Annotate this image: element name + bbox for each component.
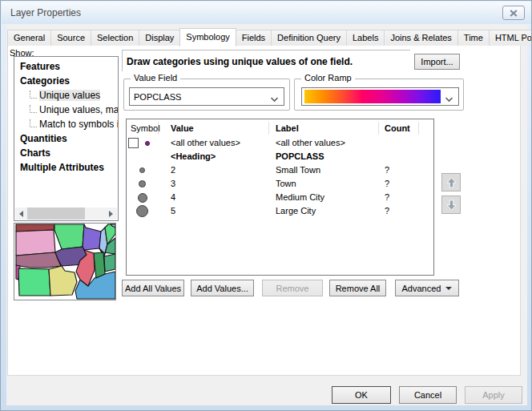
layer-properties-dialog: Layer Properties General Source Selectio… [0,0,532,411]
value-field-selected: POPCLASS [134,92,181,102]
tab-display[interactable]: Display [139,30,180,46]
value-field-group: Value Field POPCLASS [123,79,290,111]
color-ramp-dropdown[interactable] [301,87,459,106]
tree-item-charts[interactable]: Charts [14,146,118,160]
right-arrow-icon [109,211,113,217]
color-ramp-label: Color Ramp [301,73,355,83]
tab-joins-relates[interactable]: Joins & Relates [384,30,457,46]
cancel-button[interactable]: Cancel [399,386,457,404]
category-symbol-dot[interactable] [139,180,146,187]
remove-button: Remove [262,280,323,296]
column-header-label: Label [269,122,379,135]
all-other-values-checkbox[interactable] [128,138,139,148]
advanced-button[interactable]: Advanced [395,280,459,296]
category-symbol-dot[interactable] [136,205,148,217]
dropdown-arrow-icon [445,287,452,293]
add-values-button[interactable]: Add Values... [191,280,254,296]
scroll-right-arrow[interactable] [105,208,117,220]
tree-connector [30,119,37,127]
close-button[interactable] [502,6,525,20]
category-symbol-dot[interactable] [139,167,145,173]
value-field-dropdown[interactable]: POPCLASS [129,87,284,106]
tab-selection[interactable]: Selection [91,30,139,46]
down-arrow-icon [446,199,457,211]
left-arrow-icon [19,211,23,217]
method-description: Draw categories using unique values of o… [122,50,410,71]
ok-button[interactable]: OK [332,386,391,404]
tree-item-features[interactable]: Features [14,59,118,74]
color-ramp-gradient [304,90,441,103]
tree-item-unique-values-many[interactable]: Unique values, many [14,103,118,117]
all-other-values-symbol[interactable] [145,141,150,146]
table-row[interactable]: 2 Small Town ? [127,163,433,177]
tab-definition-query[interactable]: Definition Query [271,30,347,46]
color-ramp-group: Color Ramp [294,79,464,111]
chevron-down-icon [445,95,453,104]
scroll-thumb[interactable] [27,208,85,220]
scroll-left-arrow[interactable] [15,208,27,220]
chevron-down-icon [270,95,279,104]
add-all-values-button[interactable]: Add All Values [122,280,184,296]
tree-horizontal-scrollbar[interactable] [15,208,117,220]
up-arrow-icon [446,177,457,188]
value-field-label: Value Field [131,73,180,83]
close-icon [510,10,518,17]
remove-all-button[interactable]: Remove All [329,280,386,296]
tree-connector [30,105,37,113]
tab-time[interactable]: Time [457,30,490,46]
column-header-count: Count [379,122,419,135]
categories-table: Symbol Value Label Count <all other valu… [126,119,434,276]
tab-fields[interactable]: Fields [236,30,272,46]
table-row[interactable]: 3 Town ? [127,177,433,191]
show-tree: Features Categories Unique values Unique… [14,56,119,221]
map-preview-image [14,224,115,300]
tab-general[interactable]: General [7,30,51,46]
move-down-button[interactable] [441,195,461,214]
tab-bar: General Source Selection Display Symbolo… [7,27,532,46]
column-header-symbol: Symbol [127,122,159,135]
table-row[interactable]: 4 Medium City ? [127,191,433,204]
import-button[interactable]: Import... [414,54,460,70]
tree-connector [30,91,37,99]
table-row[interactable]: <Heading> POPCLASS [127,150,433,163]
table-header-row: Symbol Value Label Count [127,120,433,136]
tree-item-unique-values[interactable]: Unique values [14,88,118,103]
tree-item-match-symbols[interactable]: Match to symbols in a [14,117,118,131]
tab-symbology[interactable]: Symbology [179,28,236,46]
table-row[interactable]: <all other values> <all other values> [127,136,433,150]
tab-source[interactable]: Source [50,30,91,46]
apply-button: Apply [465,386,522,404]
symbology-page: Show: Features Categories Unique values … [7,45,521,376]
tab-html-popup[interactable]: HTML Popup [489,30,532,46]
tree-item-categories[interactable]: Categories [14,74,118,88]
table-row[interactable]: 5 Large City ? [127,204,433,218]
column-header-value: Value [159,122,269,135]
tree-item-quantities[interactable]: Quantities [14,131,118,146]
category-symbol-dot[interactable] [138,193,147,203]
titlebar: Layer Properties [2,2,532,24]
tab-labels[interactable]: Labels [346,30,385,46]
move-up-button[interactable] [441,173,461,191]
tree-item-multiple-attributes[interactable]: Multiple Attributes [14,160,118,175]
map-preview-thumbnail [14,224,115,300]
window-title: Layer Properties [10,7,81,18]
advanced-button-label: Advanced [402,284,441,293]
